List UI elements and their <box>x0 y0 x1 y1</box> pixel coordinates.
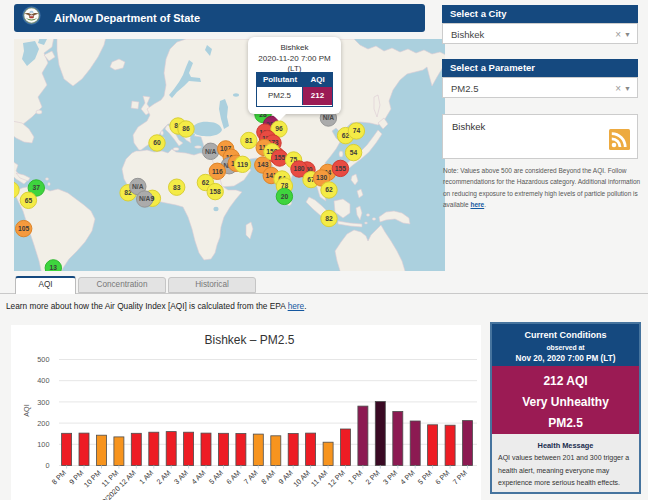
svg-text:4 PM: 4 PM <box>398 468 416 486</box>
svg-text:86: 86 <box>182 125 190 132</box>
svg-text:N/A: N/A <box>139 195 151 202</box>
svg-text:10 AM: 10 AM <box>291 468 312 489</box>
svg-text:1 AM: 1 AM <box>137 468 155 486</box>
svg-text:2 AM: 2 AM <box>155 468 173 486</box>
svg-text:6 AM: 6 AM <box>224 468 242 486</box>
svg-text:8 PM: 8 PM <box>50 468 68 486</box>
svg-text:N/A: N/A <box>132 183 144 190</box>
svg-text:2 PM: 2 PM <box>363 468 381 486</box>
svg-text:83: 83 <box>173 184 181 191</box>
svg-text:6 PM: 6 PM <box>433 468 451 486</box>
svg-text:65: 65 <box>25 197 33 204</box>
svg-text:155: 155 <box>274 154 285 161</box>
svg-text:7 AM: 7 AM <box>242 468 260 486</box>
svg-text:155: 155 <box>335 165 346 172</box>
svg-text:12 PM: 12 PM <box>326 468 347 489</box>
svg-text:13: 13 <box>50 264 58 271</box>
svg-text:300: 300 <box>37 398 49 407</box>
svg-text:N/A: N/A <box>205 148 217 155</box>
svg-text:9: 9 <box>151 195 155 202</box>
svg-text:7 PM: 7 PM <box>451 468 469 486</box>
svg-text:180: 180 <box>293 165 304 172</box>
svg-text:N/A: N/A <box>323 114 335 121</box>
svg-text:143: 143 <box>257 161 268 168</box>
svg-text:11 AM: 11 AM <box>309 468 329 488</box>
svg-text:116: 116 <box>212 168 223 175</box>
svg-text:37: 37 <box>33 184 41 191</box>
svg-text:130: 130 <box>316 174 327 181</box>
svg-text:82: 82 <box>325 215 333 222</box>
svg-text:20: 20 <box>281 193 289 200</box>
svg-text:96: 96 <box>275 125 283 132</box>
svg-text:3 AM: 3 AM <box>172 468 190 486</box>
svg-text:119: 119 <box>237 161 248 168</box>
svg-text:54: 54 <box>350 149 358 156</box>
svg-text:62: 62 <box>325 186 333 193</box>
svg-text:500: 500 <box>37 355 49 364</box>
svg-text:60: 60 <box>153 139 161 146</box>
svg-text:62: 62 <box>202 179 210 186</box>
svg-text:74: 74 <box>353 127 361 134</box>
svg-text:5 PM: 5 PM <box>416 468 434 486</box>
svg-text:4 AM: 4 AM <box>189 468 207 486</box>
svg-text:3 PM: 3 PM <box>381 468 399 486</box>
svg-text:5 AM: 5 AM <box>207 468 225 486</box>
svg-text:AQI: AQI <box>22 404 31 417</box>
svg-text:1 PM: 1 PM <box>346 468 364 486</box>
svg-text:81: 81 <box>245 137 253 144</box>
svg-text:100: 100 <box>37 440 49 449</box>
svg-text:10 PM: 10 PM <box>82 468 103 489</box>
svg-text:158: 158 <box>210 188 221 195</box>
svg-text:0: 0 <box>45 461 49 470</box>
svg-text:8 AM: 8 AM <box>259 468 277 486</box>
svg-text:200: 200 <box>37 419 49 428</box>
svg-text:105: 105 <box>18 225 29 232</box>
svg-text:400: 400 <box>37 376 49 385</box>
